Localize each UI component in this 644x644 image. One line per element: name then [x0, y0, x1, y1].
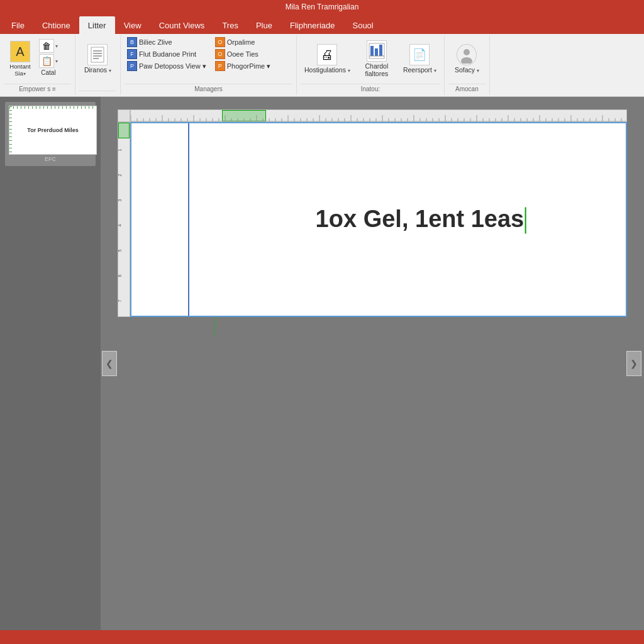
- flut-budanoe-print-button[interactable]: F Flut Budanoe Print: [125, 48, 209, 60]
- ribbon-group-managers: B Biliec Zlive F Flut Budanoe Print P Pa…: [121, 35, 297, 95]
- title-bar: Mila Ren Tramrigalian: [0, 0, 644, 14]
- svg-point-11: [461, 57, 472, 64]
- tab-view[interactable]: View: [115, 16, 150, 34]
- nav-arrow-left[interactable]: ❮: [102, 351, 117, 376]
- ruler-top: 1 2 3 4 5 6 7 8 9 10: [130, 109, 627, 122]
- hontant-button[interactable]: A Hontant Sia▾: [4, 36, 36, 82]
- title-bar-text: Mila Ren Tramrigalian: [286, 3, 359, 11]
- tab-fliphneriade[interactable]: Fliphneriade: [281, 16, 344, 34]
- tab-plue[interactable]: Plue: [247, 16, 281, 34]
- svg-rect-0: [91, 47, 104, 62]
- tab-litter[interactable]: Litter: [79, 16, 115, 34]
- diranos-button[interactable]: Diranos ▾: [80, 36, 115, 82]
- ruler-green-indicator-v: [118, 123, 130, 138]
- slide-thumb-title: Tor Prerduod Miles: [27, 127, 78, 133]
- slide-canvas-wrapper: 1 2 3 4 5 6 7 8 9 10: [118, 109, 627, 317]
- tab-count-views[interactable]: Count Views: [150, 16, 214, 34]
- text-cursor: [525, 207, 526, 233]
- chardol-button[interactable]: Chardolfialtores: [357, 36, 397, 82]
- slide-thumbnail-1[interactable]: Tor Prerduod Miles EFC: [5, 102, 96, 166]
- tab-file[interactable]: File: [3, 16, 33, 34]
- svg-rect-6: [370, 46, 374, 56]
- trash-icon-bottom[interactable]: 📋 ▾: [39, 54, 58, 68]
- main-area: Tor Prerduod Miles EFC ❮ Zini Gela: [0, 97, 644, 630]
- ruler-corner: [118, 109, 130, 122]
- orpalime-button[interactable]: O Orpalime: [213, 36, 274, 48]
- slide-panel: Tor Prerduod Miles EFC: [0, 97, 101, 630]
- tab-chtione[interactable]: Chtione: [33, 16, 79, 34]
- ribbon-toolbar: A Hontant Sia▾ 🗑 ▾ 📋 ▾ Catal E: [0, 34, 644, 97]
- ribbon-group-inatou: 🖨 Hostigulations ▾: [297, 35, 445, 95]
- catal-label: Catal: [39, 69, 58, 76]
- slide-main-text: 1ox Gel, 1ent 1eas: [316, 206, 525, 232]
- slide-view: Zini Gela: [101, 97, 644, 630]
- tab-tres[interactable]: Tres: [213, 16, 247, 34]
- slide-main-content: 1ox Gel, 1ent 1eas: [316, 206, 526, 234]
- svg-rect-8: [379, 45, 382, 56]
- slide-num: EFC: [9, 156, 92, 162]
- slide-with-rulers: 1 2 3 4 5 6 7 1ox Gel, 1ent 1eas: [118, 122, 627, 317]
- biliec-zlive-button[interactable]: B Biliec Zlive: [125, 36, 209, 48]
- tab-souol[interactable]: Souol: [343, 16, 382, 34]
- paw-detoposs-view-button[interactable]: P Paw Detoposs View ▾: [125, 60, 209, 72]
- nav-arrow-right[interactable]: ❯: [626, 351, 641, 376]
- ribbon-group-diranos: Diranos ▾: [75, 35, 121, 95]
- phogorpime-button[interactable]: P PhogorPime ▾: [213, 60, 274, 72]
- status-bar: [0, 630, 644, 644]
- slide-blue-line: [188, 123, 189, 316]
- ribbon-group-amocan: Sofacy ▾ Amocan: [445, 35, 490, 95]
- svg-rect-7: [375, 48, 378, 56]
- slide-canvas[interactable]: 1ox Gel, 1ent 1eas: [130, 122, 627, 317]
- sofacy-button[interactable]: Sofacy ▾: [451, 36, 483, 82]
- svg-point-10: [464, 49, 470, 55]
- ooee-ties-button[interactable]: O Ooee Ties: [213, 48, 274, 60]
- ruler-left: 1 2 3 4 5 6 7: [118, 122, 130, 317]
- ribbon-tabs: File Chtione Litter View Count Views Tre…: [0, 14, 644, 34]
- trash-icon-top[interactable]: 🗑 ▾: [39, 39, 58, 53]
- hostigulations-button[interactable]: 🖨 Hostigulations ▾: [301, 36, 354, 82]
- ribbon-group-empower: A Hontant Sia▾ 🗑 ▾ 📋 ▾ Catal E: [0, 35, 75, 95]
- ruler-marks-h: [131, 109, 627, 121]
- reersport-button[interactable]: 📄 Reersport ▾: [399, 36, 440, 82]
